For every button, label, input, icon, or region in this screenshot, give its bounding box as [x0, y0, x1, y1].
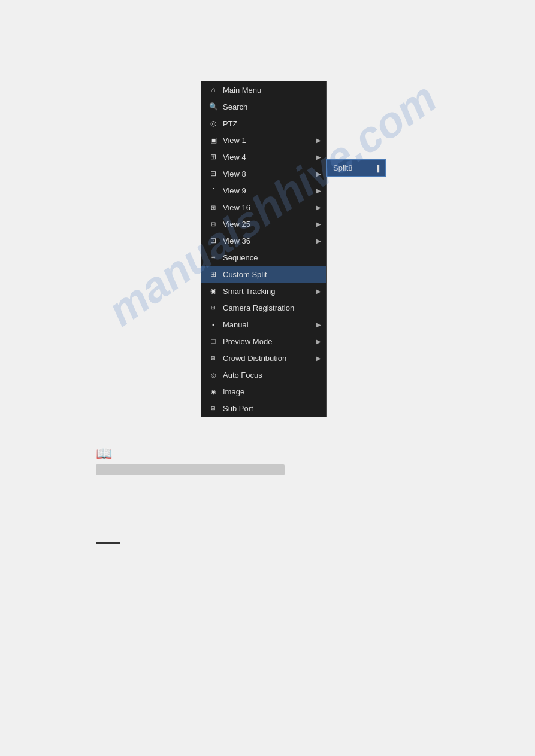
menu-label-sequence: Sequence: [223, 253, 319, 262]
arrow-icon: ▶: [316, 338, 321, 345]
menu-item-main-menu[interactable]: Main Menu: [201, 81, 326, 98]
menu-label-view4: View 4: [223, 153, 319, 162]
menu-label-preview-mode: Preview Mode: [223, 337, 319, 346]
ptz-icon: [208, 119, 218, 128]
menu-item-auto-focus[interactable]: Auto Focus: [201, 366, 326, 383]
cursor-icon: ▌: [377, 165, 382, 172]
menu-item-ptz[interactable]: PTZ: [201, 115, 326, 132]
menu-item-manual[interactable]: Manual ▶: [201, 316, 326, 333]
submenu: Split8 ▌: [326, 159, 386, 177]
book-area: 📖: [96, 446, 285, 475]
menu-item-view25[interactable]: View 25 ▶: [201, 215, 326, 232]
view9-icon: [208, 186, 218, 195]
menu-item-crowd-distribution[interactable]: Crowd Distribution ▶: [201, 350, 326, 366]
context-menu: Main Menu 🔍 Search PTZ View 1 ▶ View 4 ▶…: [201, 81, 327, 417]
view25-icon: [208, 219, 218, 229]
submenu-label-split8: Split8: [333, 163, 353, 172]
home-icon: [208, 85, 218, 95]
menu-label-view36: View 36: [223, 236, 319, 245]
arrow-icon: ▶: [316, 355, 321, 362]
menu-item-custom-split[interactable]: Custom Split: [201, 266, 326, 283]
view8-icon: [208, 169, 218, 178]
search-icon: 🔍: [208, 102, 218, 111]
menu-item-camera-registration[interactable]: Camera Registration: [201, 299, 326, 316]
view1-icon: [208, 135, 218, 145]
camera-reg-icon: [208, 303, 218, 312]
submenu-item-split8[interactable]: Split8 ▌: [327, 159, 385, 177]
menu-label-manual: Manual: [223, 320, 319, 329]
menu-label-view25: View 25: [223, 220, 319, 229]
menu-label-smart-tracking: Smart Tracking: [223, 287, 319, 296]
menu-label-ptz: PTZ: [223, 119, 319, 128]
menu-label-view16: View 16: [223, 203, 319, 212]
menu-label-image: Image: [223, 387, 319, 396]
menu-label-view8: View 8: [223, 169, 319, 178]
menu-item-view9[interactable]: View 9 ▶: [201, 182, 326, 199]
menu-label-view9: View 9: [223, 186, 319, 195]
menu-label-main-menu: Main Menu: [223, 86, 319, 95]
menu-item-view4[interactable]: View 4 ▶: [201, 148, 326, 165]
underline-bar: [96, 542, 120, 544]
menu-item-image[interactable]: Image: [201, 383, 326, 400]
arrow-icon: ▶: [316, 288, 321, 294]
menu-label-crowd-distribution: Crowd Distribution: [223, 354, 319, 363]
menu-item-smart-tracking[interactable]: Smart Tracking ▶: [201, 283, 326, 299]
smart-tracking-icon: [208, 286, 218, 296]
arrow-icon: ▶: [316, 221, 321, 227]
manual-icon: [208, 320, 218, 329]
menu-item-sub-port[interactable]: Sub Port: [201, 400, 326, 417]
book-bar: [96, 464, 285, 475]
menu-item-search[interactable]: 🔍 Search: [201, 98, 326, 115]
menu-item-sequence[interactable]: Sequence: [201, 249, 326, 266]
menu-item-view16[interactable]: View 16 ▶: [201, 199, 326, 215]
menu-label-view1: View 1: [223, 136, 319, 145]
menu-label-search: Search: [223, 102, 319, 111]
menu-label-custom-split: Custom Split: [223, 270, 319, 279]
image-icon: [208, 387, 218, 396]
custom-split-icon: [208, 269, 218, 279]
view4-icon: [208, 152, 218, 162]
view16-icon: [208, 202, 218, 212]
menu-label-sub-port: Sub Port: [223, 404, 319, 413]
arrow-icon: ▶: [316, 204, 321, 211]
preview-mode-icon: [208, 336, 218, 346]
sequence-icon: [208, 253, 218, 262]
crowd-distribution-icon: [208, 353, 218, 363]
menu-item-preview-mode[interactable]: Preview Mode ▶: [201, 333, 326, 350]
arrow-icon: ▶: [316, 187, 321, 194]
menu-label-auto-focus: Auto Focus: [223, 371, 319, 379]
menu-item-view36[interactable]: View 36 ▶: [201, 232, 326, 249]
arrow-icon: ▶: [316, 321, 321, 328]
menu-item-view8[interactable]: View 8 ▶: [201, 165, 326, 182]
arrow-icon: ▶: [316, 171, 321, 177]
arrow-icon: ▶: [316, 137, 321, 144]
menu-label-camera-registration: Camera Registration: [223, 303, 319, 312]
view36-icon: [208, 236, 218, 245]
sub-port-icon: [208, 403, 218, 413]
arrow-icon: ▶: [316, 154, 321, 160]
auto-focus-icon: [208, 370, 218, 379]
book-icon: 📖: [96, 446, 285, 462]
arrow-icon: ▶: [316, 238, 321, 244]
menu-item-view1[interactable]: View 1 ▶: [201, 132, 326, 148]
